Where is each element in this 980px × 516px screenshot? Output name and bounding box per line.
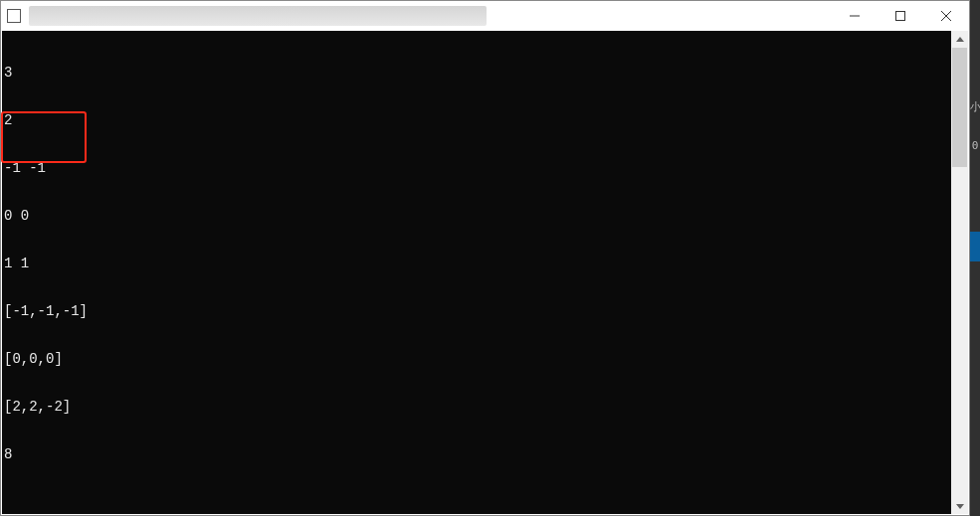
svg-rect-1 <box>896 12 905 21</box>
chevron-up-icon <box>956 36 964 44</box>
console-window: 3 2 -1 -1 0 0 1 1 [-1,-1,-1] [0,0,0] [2,… <box>0 0 970 516</box>
close-icon <box>941 11 951 21</box>
window-title-blurred <box>29 6 487 26</box>
output-line: -1 -1 <box>4 160 968 176</box>
minimize-icon <box>850 11 860 21</box>
maximize-icon <box>895 11 905 21</box>
vertical-scrollbar[interactable] <box>951 31 968 514</box>
scroll-up-button[interactable] <box>951 31 968 48</box>
app-icon <box>7 9 21 23</box>
output-line: 0 0 <box>4 208 968 224</box>
output-line: [-1,-1,-1] <box>4 303 968 319</box>
output-line: 2 <box>4 112 968 128</box>
close-button[interactable] <box>923 1 969 31</box>
minimize-button[interactable] <box>832 1 878 31</box>
output-line: [2,2,-2] <box>4 399 968 415</box>
output-line: 8 <box>4 446 968 462</box>
output-line: [0,0,0] <box>4 351 968 367</box>
strip-char: 0 <box>970 139 980 152</box>
background-panel-strip: 小 0 <box>970 0 980 516</box>
titlebar[interactable] <box>1 1 969 31</box>
strip-char: 小 <box>970 99 980 114</box>
output-line: 3 <box>4 65 968 81</box>
scrollbar-thumb[interactable] <box>952 48 967 167</box>
window-controls <box>832 1 969 31</box>
console-output[interactable]: 3 2 -1 -1 0 0 1 1 [-1,-1,-1] [0,0,0] [2,… <box>2 31 968 514</box>
svg-marker-5 <box>956 504 964 509</box>
svg-marker-4 <box>956 37 964 42</box>
chevron-down-icon <box>956 502 964 510</box>
maximize-button[interactable] <box>878 1 923 31</box>
strip-selection <box>970 232 980 261</box>
scroll-down-button[interactable] <box>951 497 968 514</box>
output-line: 1 1 <box>4 256 968 271</box>
